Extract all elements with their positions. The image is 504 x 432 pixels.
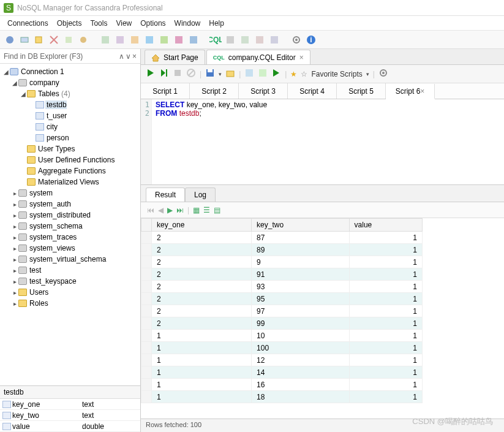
tree-item[interactable]: ▸system [0, 188, 140, 199]
toolbar-btn-9[interactable] [129, 34, 141, 46]
table-row[interactable]: 11001 [141, 342, 423, 354]
last-icon[interactable]: ⏭ [176, 206, 184, 214]
toolbar-btn-13[interactable] [187, 34, 200, 46]
tree-item[interactable]: User Defined Functions [0, 154, 140, 165]
table-row[interactable]: 1181 [141, 391, 423, 403]
table-row[interactable]: 1141 [141, 366, 423, 379]
star-icon[interactable]: ★ [290, 70, 297, 78]
tab-cql-editor[interactable]: CQL company.CQL Editor × [206, 50, 310, 64]
result-grid[interactable]: key_onekey_twovalue287128912912911293129… [141, 218, 504, 419]
table-row[interactable]: 2951 [141, 293, 423, 305]
code-editor[interactable]: 12 SELECT key_one, key_two, value FROM t… [141, 99, 504, 185]
toolbar-btn-7[interactable] [99, 34, 111, 46]
find-close-icon[interactable]: × [132, 52, 137, 61]
script-tab[interactable]: Script 2 [190, 83, 239, 99]
favorite-dropdown-icon[interactable]: ☆ [301, 70, 307, 78]
tree-item[interactable]: t_user [0, 110, 140, 121]
menu-help[interactable]: Help [209, 19, 224, 28]
table-row[interactable]: 2891 [141, 244, 423, 256]
table-row[interactable]: 2871 [141, 232, 423, 244]
tree-item[interactable]: ◢Connection 1 [0, 66, 140, 77]
toolbar-btn-17[interactable] [268, 34, 280, 46]
tree-item[interactable]: ▸system_views [0, 243, 140, 254]
open-icon[interactable] [225, 68, 235, 80]
table-row[interactable]: 291 [141, 256, 423, 268]
tree-item[interactable]: ◢Tables (4) [0, 88, 140, 99]
tree-item[interactable]: Aggregate Functions [0, 165, 140, 176]
tree-item[interactable]: ▸system_auth [0, 199, 140, 210]
menu-options[interactable]: Options [140, 19, 165, 28]
table-row[interactable]: 1161 [141, 379, 423, 391]
toolbar-btn-16[interactable] [254, 34, 266, 46]
toolbar-btn-10[interactable] [143, 34, 156, 46]
table-row[interactable]: 1121 [141, 354, 423, 366]
column-header[interactable]: value [349, 219, 422, 232]
save-icon[interactable] [205, 68, 215, 80]
tree-item[interactable]: ▸Roles [0, 298, 140, 309]
table-row[interactable]: 2911 [141, 268, 423, 281]
script-tab[interactable]: Script 4 [288, 83, 337, 99]
cancel-icon[interactable] [186, 68, 196, 80]
table-row[interactable]: 1101 [141, 330, 423, 342]
column-header[interactable]: key_two [252, 219, 350, 232]
toolbar-info-icon[interactable]: i [305, 34, 317, 46]
tree-item[interactable]: ▸system_virtual_schema [0, 254, 140, 265]
tree-item[interactable]: city [0, 121, 140, 132]
toolbar-btn-8[interactable] [114, 34, 126, 46]
stop-icon[interactable] [173, 68, 182, 80]
find-up-icon[interactable]: ∧ [119, 52, 124, 61]
schema-column-row[interactable]: key_twotext [0, 410, 140, 421]
tree-item[interactable]: ▸Users [0, 287, 140, 298]
schema-column-row[interactable]: valuedouble [0, 421, 140, 432]
tree-item[interactable]: ▸system_schema [0, 221, 140, 232]
table-row[interactable]: 2971 [141, 305, 423, 317]
prev-icon[interactable]: ◀ [158, 206, 164, 214]
find-placeholder[interactable]: Find in DB Explorer (F3) [4, 52, 83, 61]
tab-log[interactable]: Log [185, 188, 216, 202]
toolbar-btn-14[interactable] [224, 34, 236, 46]
menu-window[interactable]: Window [175, 19, 201, 28]
tree-item[interactable]: ▸system_traces [0, 232, 140, 243]
menu-tools[interactable]: Tools [90, 19, 107, 28]
script-tab[interactable]: Script 5 [337, 83, 386, 99]
gear-icon[interactable] [378, 68, 388, 80]
toolbar-btn-15[interactable] [239, 34, 251, 46]
script-tab[interactable]: Script 1 [141, 83, 190, 99]
toolbar-btn-1[interactable] [4, 34, 16, 46]
run-flag-icon[interactable] [271, 68, 281, 80]
tree-item[interactable]: Materialized Views [0, 176, 140, 188]
script-tab[interactable]: Script 6 × [386, 84, 435, 99]
schema-column-row[interactable]: key_onetext [0, 399, 140, 410]
tree-item[interactable]: ▸test [0, 265, 140, 276]
toolbar-btn-4[interactable] [48, 34, 60, 46]
toolbar-btn-11[interactable] [158, 34, 170, 46]
script-tab[interactable]: Script 3 [239, 83, 288, 99]
tree-item[interactable]: ▸system_distributed [0, 210, 140, 221]
view-grid-icon[interactable]: ▦ [193, 206, 200, 214]
tool-icon-2[interactable] [258, 68, 268, 80]
first-icon[interactable]: ⏮ [147, 206, 154, 214]
toolbar-btn-12[interactable] [173, 34, 185, 46]
tab-result[interactable]: Result [146, 188, 185, 202]
menu-objects[interactable]: Objects [57, 19, 82, 28]
column-header[interactable]: key_one [152, 219, 252, 232]
toolbar-btn-6[interactable] [77, 34, 89, 46]
toolbar-btn-5[interactable] [62, 34, 75, 46]
menu-connections[interactable]: Connections [7, 19, 48, 28]
tab-start-page[interactable]: Start Page [145, 50, 205, 64]
tree-item[interactable]: ◢company [0, 77, 140, 88]
tree-item[interactable]: ▸test_keyspace [0, 276, 140, 287]
table-row[interactable]: 2931 [141, 281, 423, 293]
find-down-icon[interactable]: ∨ [126, 52, 131, 61]
toolbar-btn-3[interactable] [33, 34, 45, 46]
menu-view[interactable]: View [116, 19, 132, 28]
tree-item[interactable]: person [0, 132, 140, 143]
run-icon[interactable] [146, 68, 156, 80]
tool-icon-1[interactable] [244, 68, 254, 80]
close-icon[interactable]: × [420, 87, 424, 96]
tree-item[interactable]: testdb [0, 99, 140, 110]
favorite-scripts-button[interactable]: Favorite Scripts [311, 70, 362, 78]
view-form-icon[interactable]: ☰ [203, 206, 210, 214]
toolbar-btn-2[interactable] [18, 34, 31, 46]
next-icon[interactable]: ▶ [167, 206, 173, 214]
